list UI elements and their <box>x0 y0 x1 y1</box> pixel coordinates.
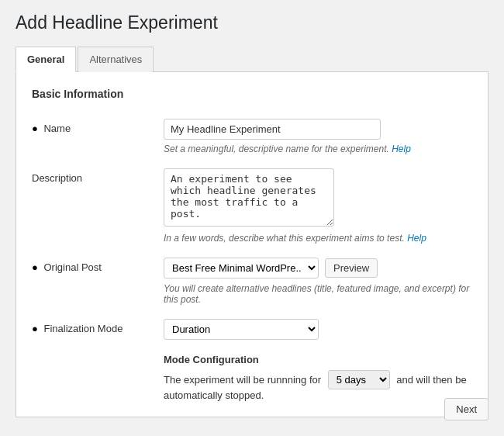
page-wrapper: Add Headline Experiment General Alternat… <box>0 0 504 436</box>
description-input[interactable]: An experiment to see which headline gene… <box>164 168 334 227</box>
description-help-link[interactable]: Help <box>407 233 426 244</box>
tab-general[interactable]: General <box>16 47 76 72</box>
post-help-text: You will create alternative headlines (t… <box>164 283 472 305</box>
original-post-label: ● Original Post <box>32 258 164 273</box>
name-label: ● Name <box>32 119 164 134</box>
mode-config-text: The experiment will be runnning for 5 da… <box>164 370 472 401</box>
form-panel: Basic Information ● Name Set a meaningfu… <box>16 72 488 417</box>
page-title: Add Headline Experiment <box>16 12 488 33</box>
description-row: Description An experiment to see which h… <box>32 168 472 244</box>
finalization-mode-label: ● Finalization Mode <box>32 319 164 334</box>
post-select-row: Best Free Minimal WordPre... Preview <box>164 258 472 279</box>
original-post-row: ● Original Post Best Free Minimal WordPr… <box>32 258 472 305</box>
mode-config-text-before: The experiment will be runnning for <box>164 374 321 386</box>
footer-bar: Next <box>444 398 488 420</box>
duration-select[interactable]: 5 days 1 day 3 days 7 days 14 days 30 da… <box>328 370 390 389</box>
mode-config-title: Mode Configuration <box>164 354 472 365</box>
finalization-mode-field: Duration <box>164 319 472 340</box>
finalization-mode-select[interactable]: Duration <box>164 319 319 340</box>
description-field: An experiment to see which headline gene… <box>164 168 472 244</box>
name-required-dot: ● <box>32 123 38 134</box>
name-help-link[interactable]: Help <box>392 144 411 154</box>
tab-bar: General Alternatives <box>16 46 488 72</box>
name-row: ● Name Set a meaningful, descriptive nam… <box>32 119 472 154</box>
description-label: Description <box>32 168 164 184</box>
section-title: Basic Information <box>32 88 472 106</box>
original-post-select[interactable]: Best Free Minimal WordPre... <box>164 258 319 279</box>
tab-alternatives[interactable]: Alternatives <box>78 47 154 72</box>
finalization-required-dot: ● <box>32 323 38 334</box>
original-post-field: Best Free Minimal WordPre... Preview You… <box>164 258 472 305</box>
mode-config: Mode Configuration The experiment will b… <box>164 354 472 401</box>
next-button[interactable]: Next <box>444 398 488 420</box>
description-help-text: In a few words, describe what this exper… <box>164 233 472 244</box>
name-help-text: Set a meaningful, descriptive name for t… <box>164 144 472 154</box>
finalization-mode-row: ● Finalization Mode Duration <box>32 319 472 340</box>
name-field: Set a meaningful, descriptive name for t… <box>164 119 472 154</box>
name-input[interactable] <box>164 119 381 140</box>
original-post-required-dot: ● <box>32 261 38 273</box>
preview-button[interactable]: Preview <box>325 258 378 278</box>
